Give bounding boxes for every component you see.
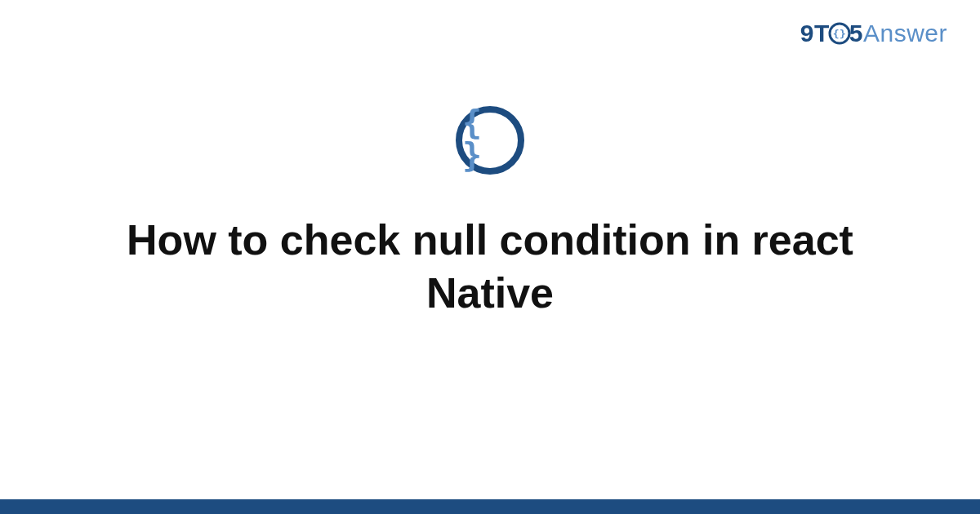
category-badge: { } — [456, 106, 524, 175]
content-area: { } How to check null condition in react… — [0, 106, 980, 320]
curly-braces-icon: { } — [462, 106, 518, 171]
site-logo: 9T{}5Answer — [800, 20, 947, 51]
logo-text-middle: 5 — [849, 20, 863, 47]
page-title: How to check null condition in react Nat… — [98, 214, 882, 320]
footer-bar — [0, 499, 980, 514]
logo-text-suffix: Answer — [863, 20, 947, 47]
logo-text-prefix: 9T — [800, 20, 830, 47]
braces-circle-icon: {} — [828, 22, 851, 51]
svg-text:{}: {} — [832, 28, 846, 40]
